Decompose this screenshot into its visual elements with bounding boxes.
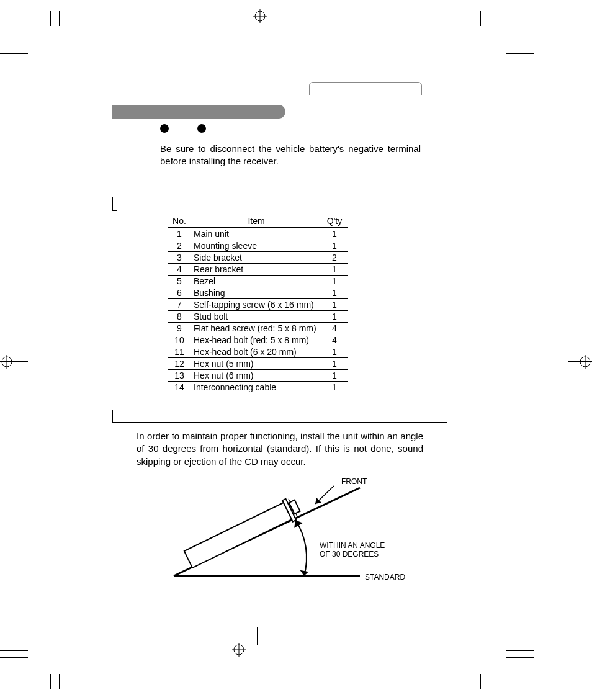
cell-no: 8 [168,311,191,323]
registration-mark [0,355,14,369]
parts-table: No. Item Q'ty 1Main unit12Mounting sleev… [168,215,348,393]
table-row: 2Mounting sleeve1 [168,240,348,252]
cell-no: 9 [168,323,191,334]
cell-qty: 4 [321,323,348,334]
table-row: 7Self-tapping screw (6 x 16 mm)1 [168,299,348,311]
section-title-bar [112,105,285,119]
table-row: 9Flat head screw (red: 5 x 8 mm)4 [168,323,348,334]
warning-text: Be sure to disconnect the vehicle batter… [160,143,421,167]
table-row: 10Hex-head bolt (red: 5 x 8 mm)4 [168,334,348,346]
cropmark [0,650,28,651]
cropmark [0,47,28,47]
cropmark [506,47,534,47]
diagram-label-standard: STANDARD [365,573,405,582]
col-header-qty: Q'ty [321,215,348,228]
cell-item: Interconnecting cable [191,382,321,393]
table-row: 5Bezel1 [168,276,348,287]
cropmark [506,53,534,54]
cell-item: Stud bolt [191,311,321,323]
cell-no: 12 [168,358,191,370]
cell-no: 5 [168,276,191,287]
header-rule [112,94,422,94]
cell-qty: 1 [321,287,348,299]
table-row: 8Stud bolt1 [168,311,348,323]
cropmark [0,53,28,54]
cell-qty: 4 [321,334,348,346]
cell-no: 10 [168,334,191,346]
cell-item: Self-tapping screw (6 x 16 mm) [191,299,321,311]
svg-rect-14 [184,502,293,568]
table-row: 14Interconnecting cable1 [168,382,348,393]
cell-qty: 1 [321,240,348,252]
table-row: 12Hex nut (5 mm)1 [168,358,348,370]
cropmark [506,650,534,651]
cell-no: 6 [168,287,191,299]
cropmark [59,11,60,26]
cell-qty: 1 [321,346,348,358]
table-row: 6Bushing1 [168,287,348,299]
table-row: 4Rear bracket1 [168,264,348,276]
cropmark [506,657,534,658]
cropmark [59,674,60,689]
header-tab-outline [309,82,422,95]
cropmark [472,674,472,689]
registration-mark [232,643,246,657]
diagram-label-front: FRONT [341,478,367,487]
cell-item: Hex nut (5 mm) [191,358,321,370]
cell-no: 14 [168,382,191,393]
cell-no: 4 [168,264,191,276]
cell-item: Bushing [191,287,321,299]
cell-no: 13 [168,370,191,382]
cell-item: Bezel [191,276,321,287]
table-row: 3Side bracket2 [168,252,348,264]
cell-item: Rear bracket [191,264,321,276]
registration-mark [578,355,592,369]
angle-text: In order to maintain proper functioning,… [137,430,423,468]
warning-bullets [160,124,206,133]
col-header-item: Item [191,215,321,228]
cell-qty: 2 [321,252,348,264]
install-angle-diagram: FRONT WITHIN AN ANGLE OF 30 DEGREES STAN… [174,478,360,590]
cell-item: Main unit [191,228,321,240]
table-row: 1Main unit1 [168,228,348,240]
cropmark [472,11,472,26]
cell-no: 2 [168,240,191,252]
cropmark [50,674,51,689]
cell-item: Hex-head bolt (6 x 20 mm) [191,346,321,358]
table-row: 11Hex-head bolt (6 x 20 mm)1 [168,346,348,358]
registration-mark [253,9,267,23]
cell-qty: 1 [321,228,348,240]
cropmark [480,674,481,689]
table-header-row: No. Item Q'ty [168,215,348,228]
cell-no: 11 [168,346,191,358]
cell-item: Hex-head bolt (red: 5 x 8 mm) [191,334,321,346]
cell-no: 1 [168,228,191,240]
cell-item: Hex nut (6 mm) [191,370,321,382]
cell-no: 7 [168,299,191,311]
cropmark [257,627,258,645]
cell-qty: 1 [321,382,348,393]
cell-qty: 1 [321,358,348,370]
col-header-no: No. [168,215,191,228]
cell-no: 3 [168,252,191,264]
cell-item: Mounting sleeve [191,240,321,252]
cell-qty: 1 [321,299,348,311]
cropmark [50,11,51,26]
cell-qty: 1 [321,370,348,382]
cell-qty: 1 [321,311,348,323]
cropmark [480,11,481,26]
cell-qty: 1 [321,276,348,287]
diagram-label-within: WITHIN AN ANGLE OF 30 DEGREES [320,542,394,559]
cell-item: Side bracket [191,252,321,264]
cell-item: Flat head screw (red: 5 x 8 mm) [191,323,321,334]
cell-qty: 1 [321,264,348,276]
table-row: 13Hex nut (6 mm)1 [168,370,348,382]
cropmark [0,657,28,658]
